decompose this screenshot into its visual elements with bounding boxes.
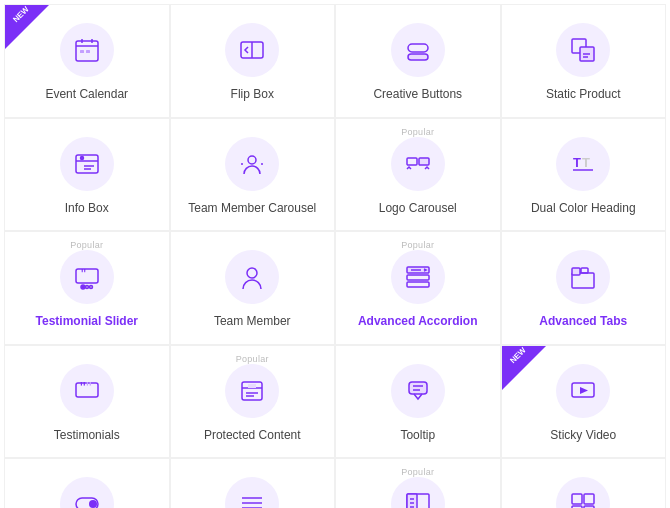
card-flip-box[interactable]: Flip Box xyxy=(170,4,336,118)
advanced-accordion-label: Advanced Accordion xyxy=(358,314,478,330)
card-info-box[interactable]: Info Box xyxy=(4,118,170,232)
svg-point-30 xyxy=(85,286,88,289)
svg-rect-47 xyxy=(248,384,256,388)
svg-point-54 xyxy=(89,500,97,508)
card-protected-content[interactable]: PopularProtected Content xyxy=(170,345,336,459)
new-badge: New xyxy=(5,5,49,49)
dual-color-heading-icon: TT xyxy=(556,137,610,191)
popular-label: Popular xyxy=(401,127,434,137)
advanced-tabs-label: Advanced Tabs xyxy=(539,314,627,330)
testimonial-slider-icon: " xyxy=(60,250,114,304)
svg-text:": " xyxy=(86,380,92,397)
svg-text:": " xyxy=(81,266,86,282)
card-event-calendar[interactable]: NewEvent Calendar xyxy=(4,4,170,118)
svg-rect-48 xyxy=(409,382,427,394)
tooltip-icon xyxy=(391,364,445,418)
logo-carousel-label: Logo Carousel xyxy=(379,201,457,217)
static-product-icon xyxy=(556,23,610,77)
feature-list-icon xyxy=(225,477,279,508)
popular-label: Popular xyxy=(401,240,434,250)
svg-rect-65 xyxy=(584,494,594,504)
card-team-member-carousel[interactable]: Team Member Carousel xyxy=(170,118,336,232)
svg-rect-39 xyxy=(581,268,588,273)
card-advanced-menu[interactable]: Advanced Menu xyxy=(501,458,667,508)
svg-text:": " xyxy=(80,380,86,397)
svg-rect-4 xyxy=(80,50,84,53)
card-tooltip[interactable]: Tooltip xyxy=(335,345,501,459)
tooltip-label: Tooltip xyxy=(400,428,435,444)
svg-rect-60 xyxy=(407,494,417,508)
team-member-carousel-icon xyxy=(225,137,279,191)
advanced-menu-icon xyxy=(556,477,610,508)
testimonials-icon: "" xyxy=(60,364,114,418)
svg-rect-64 xyxy=(572,494,582,504)
card-static-product[interactable]: Static Product xyxy=(501,4,667,118)
event-calendar-label: Event Calendar xyxy=(45,87,128,103)
testimonial-slider-label: Testimonial Slider xyxy=(36,314,138,330)
popular-label: Popular xyxy=(70,240,103,250)
svg-point-32 xyxy=(247,268,257,278)
card-creative-buttons[interactable]: Creative Buttons xyxy=(335,4,501,118)
popular-label: Popular xyxy=(401,467,434,477)
svg-rect-27 xyxy=(76,269,98,283)
svg-rect-23 xyxy=(419,158,429,165)
info-box-icon xyxy=(60,137,114,191)
card-advanced-tabs[interactable]: Advanced Tabs xyxy=(501,231,667,345)
popular-label: Popular xyxy=(236,354,269,364)
svg-point-19 xyxy=(248,156,256,164)
svg-point-29 xyxy=(81,285,85,289)
team-member-label: Team Member xyxy=(214,314,291,330)
svg-point-16 xyxy=(80,156,83,159)
svg-text:T: T xyxy=(573,155,581,170)
card-feature-list[interactable]: Feature List xyxy=(170,458,336,508)
svg-rect-14 xyxy=(76,155,98,173)
svg-rect-36 xyxy=(407,282,429,287)
team-member-carousel-label: Team Member Carousel xyxy=(188,201,316,217)
sticky-video-label: Sticky Video xyxy=(550,428,616,444)
svg-rect-35 xyxy=(407,275,429,280)
advanced-accordion-icon xyxy=(391,250,445,304)
card-toggle[interactable]: Toggle xyxy=(4,458,170,508)
card-advanced-accordion[interactable]: PopularAdvanced Accordion xyxy=(335,231,501,345)
card-logo-carousel[interactable]: PopularLogo Carousel xyxy=(335,118,501,232)
card-testimonials[interactable]: ""Testimonials xyxy=(4,345,170,459)
logo-carousel-icon xyxy=(391,137,445,191)
flip-box-icon xyxy=(225,23,279,77)
svg-rect-8 xyxy=(408,44,428,52)
event-calendar-icon xyxy=(60,23,114,77)
team-member-icon xyxy=(225,250,279,304)
card-sticky-video[interactable]: NewSticky Video xyxy=(501,345,667,459)
new-badge: New xyxy=(502,346,546,390)
static-product-label: Static Product xyxy=(546,87,621,103)
protected-content-icon xyxy=(225,364,279,418)
offcanvas-icon xyxy=(391,477,445,508)
card-team-member[interactable]: Team Member xyxy=(170,231,336,345)
svg-rect-38 xyxy=(572,268,580,275)
svg-rect-22 xyxy=(407,158,417,165)
creative-buttons-label: Creative Buttons xyxy=(373,87,462,103)
testimonials-label: Testimonials xyxy=(54,428,120,444)
creative-buttons-icon xyxy=(391,23,445,77)
flip-box-label: Flip Box xyxy=(231,87,274,103)
svg-text:T: T xyxy=(582,155,590,170)
svg-marker-52 xyxy=(580,387,588,394)
info-box-label: Info Box xyxy=(65,201,109,217)
card-offcanvas[interactable]: PopularOffcanvas xyxy=(335,458,501,508)
svg-rect-5 xyxy=(86,50,90,53)
dual-color-heading-label: Dual Color Heading xyxy=(531,201,636,217)
widget-grid: NewEvent CalendarFlip BoxCreative Button… xyxy=(0,0,670,508)
toggle-icon xyxy=(60,477,114,508)
svg-rect-9 xyxy=(408,54,428,60)
card-dual-color-heading[interactable]: TTDual Color Heading xyxy=(501,118,667,232)
svg-point-31 xyxy=(89,286,92,289)
card-testimonial-slider[interactable]: Popular"Testimonial Slider xyxy=(4,231,170,345)
protected-content-label: Protected Content xyxy=(204,428,301,444)
advanced-tabs-icon xyxy=(556,250,610,304)
sticky-video-icon xyxy=(556,364,610,418)
